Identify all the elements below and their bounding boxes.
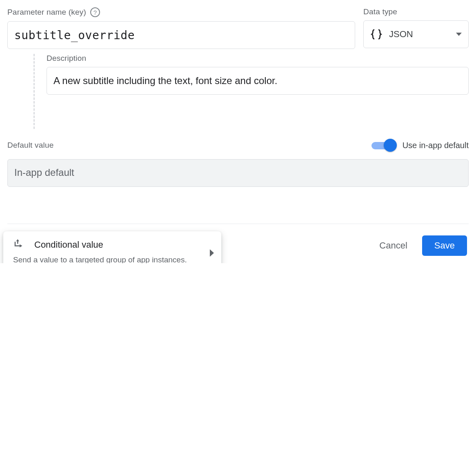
section-divider [7,224,469,224]
conditional-icon [13,239,25,251]
data-type-value: JSON [389,29,449,40]
description-label: Description [47,54,469,63]
parameter-name-label: Parameter name (key) ? [7,7,355,17]
use-in-app-default-toggle[interactable] [371,139,397,152]
cancel-button[interactable]: Cancel [379,235,407,256]
chevron-down-icon [456,33,462,36]
toggle-label: Use in-app default [403,141,469,150]
data-type-label: Data type [363,7,469,16]
save-button[interactable]: Save [422,235,467,256]
menu-item-conditional-value[interactable]: Conditional value Send a value to a targ… [3,231,221,263]
default-value-input: In-app default [7,159,469,187]
json-icon [370,28,383,40]
description-input[interactable] [47,67,469,95]
add-option-menu: Conditional value Send a value to a targ… [3,231,221,263]
help-icon[interactable]: ? [90,7,100,17]
default-value-label: Default value [7,141,54,150]
parameter-name-input[interactable] [7,21,355,49]
tree-connector [7,54,47,129]
data-type-select[interactable]: JSON [363,20,469,48]
chevron-right-icon [210,249,214,257]
